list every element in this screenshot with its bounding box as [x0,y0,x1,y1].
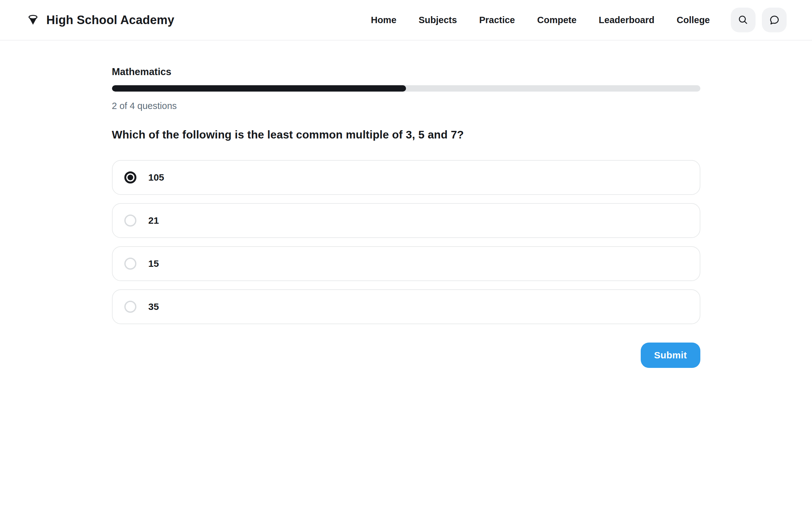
submit-row: Submit [112,343,700,368]
nav-links: Home Subjects Practice Compete Leaderboa… [371,15,710,25]
option-row[interactable]: 15 [112,246,700,281]
progress-bar [112,85,700,92]
option-row[interactable]: 21 [112,203,700,238]
submit-button[interactable]: Submit [641,343,700,368]
radio-button[interactable] [124,215,136,227]
nav-right: Home Subjects Practice Compete Leaderboa… [371,8,786,32]
progress-fill [112,85,406,92]
progress-caption: 2 of 4 questions [112,101,700,111]
option-label: 15 [148,258,159,269]
nav-item-leaderboard[interactable]: Leaderboard [599,15,655,25]
nav-item-home[interactable]: Home [371,15,397,25]
icon-buttons [731,8,786,32]
option-label: 35 [148,301,159,312]
radio-button[interactable] [124,171,136,183]
search-icon [737,14,749,26]
option-row[interactable]: 105 [112,160,700,195]
search-button[interactable] [731,8,756,32]
nav-item-subjects[interactable]: Subjects [419,15,457,25]
radio-button[interactable] [124,258,136,270]
options-list: 105 21 15 35 [112,160,700,324]
brand[interactable]: High School Academy [28,13,174,27]
brand-title: High School Academy [46,13,174,27]
option-row[interactable]: 35 [112,289,700,324]
chat-button[interactable] [762,8,786,32]
nav-item-practice[interactable]: Practice [479,15,515,25]
logo-cone-icon [28,14,38,26]
question-text: Which of the following is the least comm… [112,128,700,141]
option-label: 105 [148,172,164,183]
nav-item-college[interactable]: College [676,15,710,25]
quiz-panel: Mathematics 2 of 4 questions Which of th… [112,66,700,368]
nav-item-compete[interactable]: Compete [537,15,577,25]
top-navbar: High School Academy Home Subjects Practi… [0,0,812,41]
subject-title: Mathematics [112,66,700,78]
chat-bubble-icon [768,14,780,26]
radio-button[interactable] [124,301,136,313]
option-label: 21 [148,215,159,226]
